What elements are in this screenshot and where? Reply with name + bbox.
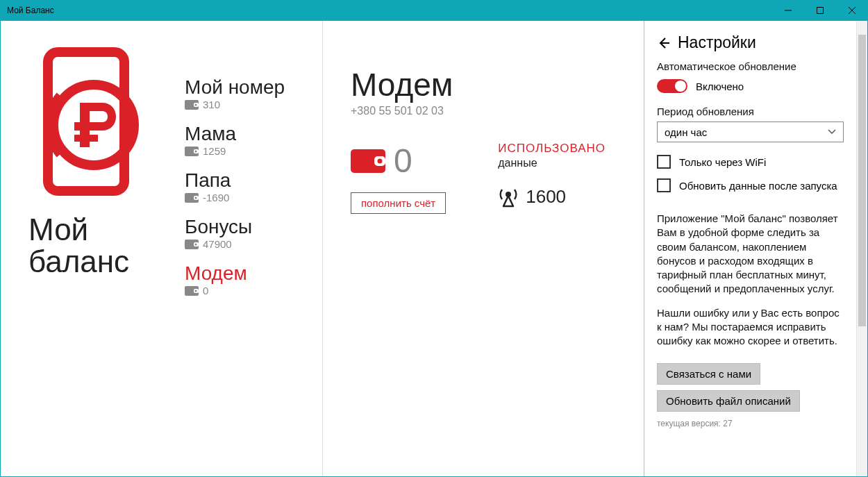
period-value: один час — [665, 126, 707, 138]
window-minimize-button[interactable] — [772, 0, 804, 21]
window-titlebar: Мой Баланс — [0, 0, 868, 21]
back-arrow-icon[interactable] — [657, 36, 671, 50]
account-balance: 310 — [203, 99, 220, 110]
wallet-icon — [185, 100, 199, 110]
detail-balance: 0 — [394, 142, 412, 180]
account-detail: Модем +380 55 501 02 03 0 пополнить счёт — [322, 21, 644, 476]
period-select[interactable]: один час — [657, 122, 844, 142]
app-name-line2: баланс — [28, 246, 129, 278]
update-definitions-button[interactable]: Обновить файл описаний — [657, 390, 800, 412]
antenna-icon — [498, 187, 519, 208]
app-logo-icon — [28, 42, 143, 201]
auto-update-label: Автоматическое обновление — [657, 60, 844, 72]
sidebar-item-my-number[interactable]: Мой номер 310 — [185, 76, 308, 110]
update-on-launch-checkbox[interactable] — [657, 178, 671, 192]
account-name: Папа — [185, 169, 308, 192]
svg-point-21 — [195, 290, 197, 292]
settings-panel: Настройки Автоматическое обновление Вклю… — [644, 21, 867, 476]
settings-description: Приложение "Мой баланс" позволяет Вам в … — [657, 212, 844, 348]
detail-phone: +380 55 501 02 03 — [351, 105, 616, 117]
used-sublabel: данные — [498, 157, 606, 169]
account-balance: -1690 — [203, 192, 229, 203]
svg-point-18 — [195, 243, 197, 245]
sidebar-item-papa[interactable]: Папа -1690 — [185, 169, 308, 203]
used-value: 1600 — [526, 186, 566, 208]
sidebar-item-bonuses[interactable]: Бонусы 47900 — [185, 216, 308, 250]
account-balance: 47900 — [203, 238, 232, 250]
scrollbar-thumb[interactable] — [858, 35, 866, 326]
contact-button[interactable]: Связаться с нами — [657, 363, 760, 385]
account-name: Мой номер — [185, 76, 308, 99]
wifi-only-label: Только через WiFi — [679, 156, 766, 168]
sidebar-item-modem[interactable]: Модем 0 — [185, 262, 308, 296]
window-title: Мой Баланс — [7, 6, 772, 15]
account-name: Бонусы — [185, 216, 308, 238]
account-name: Модем — [185, 262, 308, 285]
svg-rect-1 — [817, 8, 824, 14]
desc-paragraph: Нашли ошибку или у Вас есть вопрос к нам… — [657, 306, 844, 349]
svg-point-24 — [378, 158, 383, 163]
window-close-button[interactable] — [836, 0, 868, 21]
auto-update-state: Включено — [696, 81, 744, 92]
svg-point-15 — [195, 196, 197, 199]
wallet-icon — [185, 147, 199, 156]
update-on-launch-label: Обновить данные после запуска — [679, 180, 837, 192]
version-label: текущая версия: 27 — [657, 419, 844, 428]
topup-button[interactable]: пополнить счёт — [351, 192, 446, 214]
desc-paragraph: Приложение "Мой баланс" позволяет Вам в … — [657, 212, 844, 296]
settings-title: Настройки — [678, 33, 756, 52]
account-balance: 0 — [203, 285, 208, 296]
wallet-icon — [351, 148, 385, 174]
chevron-down-icon — [828, 129, 836, 135]
scrollbar[interactable] — [856, 21, 867, 476]
app-name: Мой баланс — [28, 214, 129, 278]
sidebar-item-mama[interactable]: Мама 1259 — [185, 123, 308, 157]
used-label: ИСПОЛЬЗОВАНО — [498, 142, 606, 156]
detail-title: Модем — [351, 66, 616, 103]
wifi-only-checkbox[interactable] — [657, 155, 671, 169]
window-maximize-button[interactable] — [804, 0, 836, 21]
svg-point-9 — [195, 103, 197, 106]
svg-rect-6 — [74, 135, 98, 142]
sidebar: Мой баланс Мой номер 310 Мама 1259 — [1, 21, 322, 476]
accounts-list: Мой номер 310 Мама 1259 Папа — [167, 42, 308, 476]
wallet-icon — [185, 193, 199, 203]
account-name: Мама — [185, 123, 308, 145]
wallet-icon — [185, 240, 199, 249]
account-balance: 1259 — [203, 145, 226, 157]
app-name-line1: Мой — [28, 214, 129, 246]
auto-update-toggle[interactable] — [657, 79, 687, 93]
period-label: Период обновления — [657, 106, 844, 117]
wallet-icon — [185, 286, 199, 296]
svg-point-12 — [195, 150, 197, 152]
